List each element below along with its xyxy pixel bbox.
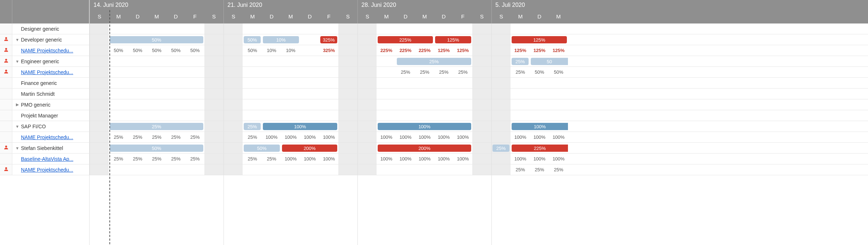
resource-name-cell[interactable]: Baseline-AltaVista Ap... [12, 156, 89, 162]
resource-name-cell[interactable]: ▼Stefan Siebenkittel [12, 145, 89, 151]
day-header-cell: M [549, 10, 568, 23]
day-cell [357, 89, 377, 99]
day-cell [128, 99, 147, 110]
allocation-bar[interactable]: 100% [512, 123, 568, 130]
day-cell [185, 23, 204, 34]
resource-name-cell[interactable]: Projekt Manager [12, 113, 89, 119]
day-header-cell: M [109, 10, 128, 23]
day-cell [300, 110, 319, 121]
day-cell [166, 110, 185, 121]
resource-name-cell[interactable]: ▼SAP FI/CO [12, 124, 89, 129]
day-cell [338, 23, 357, 34]
collapse-icon[interactable]: ▼ [15, 59, 19, 64]
allocation-bar[interactable]: 25% [512, 58, 529, 65]
allocation-value: 25% [171, 156, 181, 162]
day-cell [300, 99, 319, 110]
timeline-row [90, 99, 868, 110]
allocation-value: 10% [286, 48, 295, 53]
day-cell [319, 78, 338, 88]
allocation-bar[interactable]: 50% [110, 36, 203, 43]
day-cell [281, 78, 300, 88]
allocation-value: 100% [380, 134, 392, 140]
day-cell [472, 78, 491, 88]
day-cell [262, 164, 281, 175]
collapse-icon[interactable]: ▼ [15, 38, 19, 42]
allocation-bar[interactable]: 225% [512, 145, 568, 152]
day-cell [223, 34, 243, 45]
resource-name-cell[interactable]: Martin Schmidt [12, 91, 89, 97]
day-cell [109, 23, 128, 34]
allocation-bar[interactable]: 50 [531, 58, 568, 65]
allocation-bar[interactable]: 200% [378, 145, 471, 152]
allocation-value: 100% [323, 156, 335, 162]
allocation-bar[interactable]: 50% [110, 145, 203, 152]
allocation-bar[interactable]: 125% [512, 36, 567, 43]
week-title: 14. Juni 2020 [90, 0, 223, 10]
allocation-value: 225% [418, 48, 430, 53]
resource-name-cell[interactable]: NAME Projektschedu... [12, 48, 89, 53]
resource-name-cell[interactable]: NAME Projektschedu... [12, 69, 89, 75]
allocation-bar[interactable]: 25% [492, 145, 509, 152]
day-cell [204, 67, 223, 77]
day-cell [90, 89, 109, 99]
resource-name-cell[interactable]: ▶PMO generic [12, 102, 89, 108]
day-header-cell: S [90, 10, 109, 23]
allocation-value: 50% [190, 48, 200, 53]
allocation-value: 25% [133, 134, 142, 140]
day-cell [223, 154, 243, 164]
resource-name-cell[interactable]: Designer generic [12, 26, 89, 32]
resource-name-cell[interactable]: ▼Engineer generic [12, 59, 89, 64]
day-cell [357, 154, 377, 164]
collapse-icon[interactable]: ▼ [15, 146, 19, 150]
status-icon-cell [0, 67, 12, 77]
day-cell [396, 99, 415, 110]
allocation-bar[interactable]: 125% [435, 36, 471, 43]
allocation-bar[interactable]: 225% [378, 36, 433, 43]
day-cell [185, 99, 204, 110]
day-cell [147, 78, 166, 88]
timeline-row [90, 78, 868, 89]
day-cell [472, 110, 491, 121]
allocation-bar[interactable]: 10% [263, 36, 299, 43]
allocation-bar[interactable]: 100% [378, 123, 471, 130]
day-cell [223, 110, 243, 121]
day-cell [377, 89, 396, 99]
allocation-value: 100% [418, 134, 430, 140]
allocation-value: 25% [171, 134, 181, 140]
allocation-bar[interactable]: 200% [282, 145, 337, 152]
resource-link[interactable]: Baseline-AltaVista Ap... [21, 156, 73, 162]
allocation-bar[interactable]: 50% [244, 36, 261, 43]
day-cell [357, 110, 377, 121]
resource-name-cell[interactable]: NAME Projektschedu... [12, 167, 89, 173]
resource-link[interactable]: NAME Projektschedu... [21, 134, 73, 140]
day-header-cell: S [204, 10, 223, 23]
resource-name-cell[interactable]: Finance generic [12, 80, 89, 86]
day-cell [338, 99, 357, 110]
allocation-bar[interactable]: 100% [263, 123, 337, 130]
day-cell [281, 89, 300, 99]
day-cell [223, 143, 243, 153]
allocation-bar-label: 50 [547, 59, 552, 64]
resource-link[interactable]: NAME Projektschedu... [21, 69, 73, 75]
resource-link[interactable]: NAME Projektschedu... [21, 167, 73, 173]
day-cell [511, 23, 530, 34]
expand-icon[interactable]: ▶ [15, 103, 19, 107]
resource-link[interactable]: NAME Projektschedu... [21, 48, 73, 53]
day-cell [90, 121, 109, 132]
resource-row: ▼Stefan Siebenkittel [0, 143, 89, 154]
allocation-bar[interactable]: 325% [320, 36, 337, 43]
day-cell [472, 154, 491, 164]
allocation-bar[interactable]: 50% [244, 145, 280, 152]
day-cell [377, 78, 396, 88]
day-cell [357, 45, 377, 56]
collapse-icon[interactable]: ▼ [15, 124, 19, 129]
resource-name-cell[interactable]: NAME Projektschedu... [12, 134, 89, 140]
allocation-bar-label: 225% [534, 146, 546, 151]
day-cell [262, 23, 281, 34]
day-cell: 10% [281, 45, 300, 56]
allocation-bar[interactable]: 25% [397, 58, 471, 65]
day-cell [472, 164, 491, 175]
allocation-bar[interactable]: 25% [244, 123, 261, 130]
resource-name-cell[interactable]: ▼Developer generic [12, 37, 89, 43]
allocation-bar[interactable]: 25% [110, 123, 203, 130]
